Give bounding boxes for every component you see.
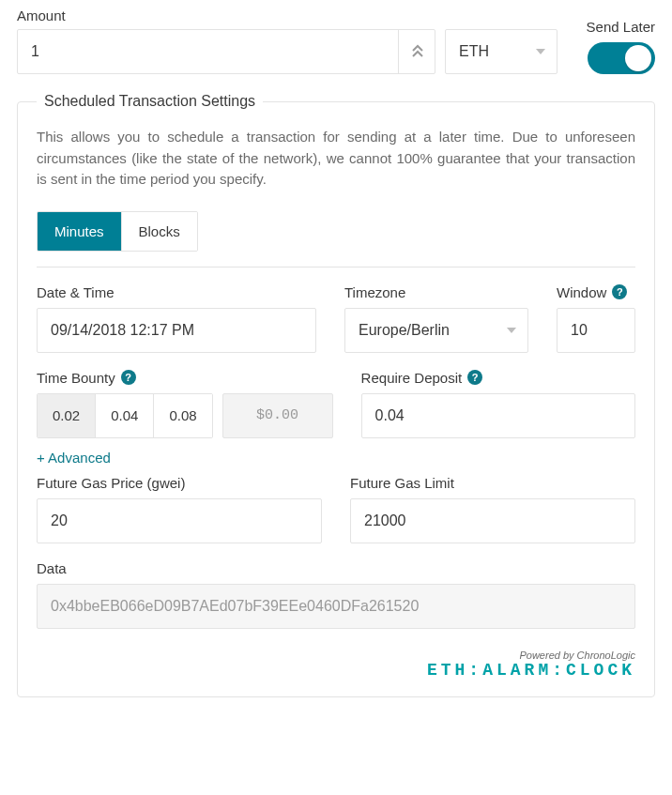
schedule-mode-tabs: Minutes Blocks <box>37 211 198 252</box>
chevron-double-up-icon <box>411 44 424 59</box>
deposit-input[interactable] <box>361 393 635 438</box>
bounty-option-1[interactable]: 0.04 <box>96 394 154 437</box>
future-gas-price-label: Future Gas Price (gwei) <box>37 475 185 491</box>
bounty-label: Time Bounty <box>37 370 115 386</box>
window-label: Window <box>557 284 606 300</box>
deposit-label: Require Deposit <box>361 370 463 386</box>
bounty-usd-display: $0.00 <box>222 393 333 438</box>
future-gas-limit-input[interactable] <box>350 498 635 543</box>
bounty-option-2[interactable]: 0.08 <box>154 394 211 437</box>
timezone-value: Europe/Berlin <box>359 322 450 339</box>
send-later-toggle[interactable] <box>588 42 655 74</box>
advanced-toggle[interactable]: + Advanced <box>37 450 333 466</box>
bounty-segmented: 0.02 0.04 0.08 <box>37 393 213 438</box>
panel-description: This allows you to schedule a transactio… <box>37 127 635 191</box>
timezone-select[interactable]: Europe/Berlin <box>344 308 528 353</box>
bounty-option-0[interactable]: 0.02 <box>38 394 96 437</box>
currency-value: ETH <box>459 43 489 60</box>
help-icon[interactable]: ? <box>612 284 627 299</box>
data-label: Data <box>37 560 67 576</box>
scheduled-settings-panel: Scheduled Transaction Settings This allo… <box>17 93 655 697</box>
chevron-down-icon <box>507 328 516 333</box>
tab-blocks[interactable]: Blocks <box>122 212 197 251</box>
amount-label: Amount <box>17 8 557 23</box>
help-icon[interactable]: ? <box>121 370 136 385</box>
datetime-input[interactable] <box>37 308 316 353</box>
data-input <box>37 584 635 629</box>
panel-footer: Powered by ChronoLogic ETH:ALARM:CLOCK <box>37 650 635 680</box>
future-gas-price-input[interactable] <box>37 498 322 543</box>
window-input[interactable] <box>557 308 635 353</box>
powered-by: Powered by ChronoLogic <box>37 650 635 661</box>
tab-minutes[interactable]: Minutes <box>38 212 122 251</box>
send-later-label: Send Later <box>587 19 655 35</box>
help-icon[interactable]: ? <box>467 370 482 385</box>
datetime-label: Date & Time <box>37 284 115 300</box>
panel-legend: Scheduled Transaction Settings <box>37 93 263 110</box>
amount-input[interactable] <box>17 29 435 74</box>
amount-max-button[interactable] <box>398 29 435 74</box>
eth-alarm-clock-brand: ETH:ALARM:CLOCK <box>37 661 635 680</box>
currency-select[interactable]: ETH <box>445 29 557 74</box>
future-gas-limit-label: Future Gas Limit <box>350 475 454 491</box>
timezone-label: Timezone <box>344 284 405 300</box>
divider <box>37 267 635 268</box>
toggle-knob <box>625 45 651 71</box>
chevron-down-icon <box>536 49 545 54</box>
